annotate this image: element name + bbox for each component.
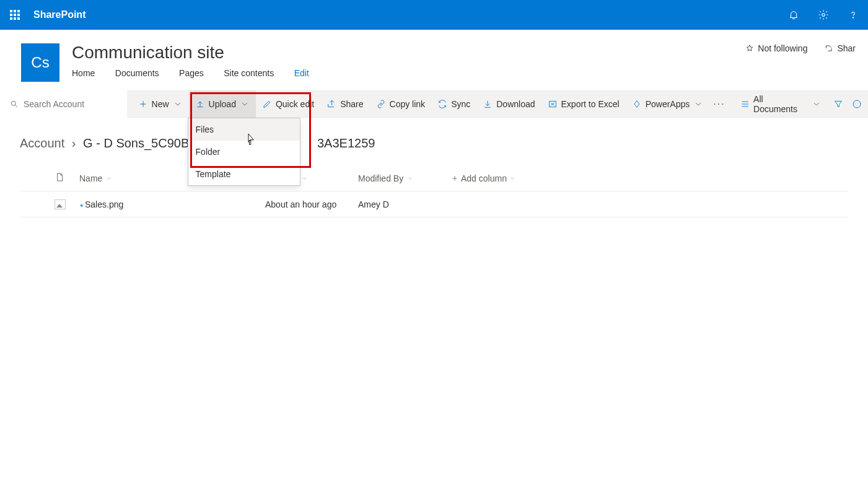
file-name-cell[interactable]: ✶Sales.png — [79, 199, 265, 209]
search-icon — [10, 100, 19, 108]
plus-icon — [451, 175, 458, 182]
svg-point-4 — [853, 100, 861, 108]
breadcrumb-separator: › — [72, 136, 76, 150]
upload-label: Upload — [209, 99, 236, 109]
share-icon — [825, 44, 833, 53]
image-file-icon — [55, 199, 66, 209]
search-input[interactable] — [24, 99, 116, 109]
add-column-label: Add column — [461, 173, 507, 183]
view-name: All Documents — [753, 94, 807, 114]
new-label: New — [152, 99, 169, 109]
chevron-down-icon — [407, 175, 413, 182]
chevron-down-icon — [106, 175, 112, 182]
search-box[interactable] — [0, 90, 127, 118]
upload-button[interactable]: Upload — [189, 90, 256, 118]
upload-icon — [195, 99, 205, 109]
list-icon — [740, 99, 750, 109]
share-arrow-icon — [327, 99, 336, 109]
link-icon — [376, 99, 386, 109]
breadcrumb-root[interactable]: Account — [20, 136, 64, 150]
bell-icon — [788, 9, 799, 20]
new-button[interactable]: New — [132, 90, 189, 118]
file-type-icon — [55, 172, 64, 182]
sync-button[interactable]: Sync — [431, 90, 476, 118]
download-label: Download — [496, 99, 535, 109]
notifications-button[interactable] — [779, 0, 809, 30]
nav-pages[interactable]: Pages — [179, 68, 204, 78]
excel-icon — [548, 99, 558, 109]
copy-link-label: Copy link — [390, 99, 426, 109]
site-header-actions: Not following Shar — [745, 43, 856, 53]
app-launcher-icon[interactable] — [0, 0, 30, 30]
quick-edit-button[interactable]: Quick edit — [256, 90, 320, 118]
breadcrumb-current-left[interactable]: G - D Sons_5C90B3 — [83, 136, 196, 150]
gear-icon — [818, 9, 829, 20]
filter-icon — [833, 99, 843, 109]
nav-edit[interactable]: Edit — [294, 68, 309, 78]
command-bar-row: New Upload Files Folder Template Quick e… — [0, 90, 868, 118]
list-item[interactable]: ✶Sales.png About an hour ago Amey D — [20, 191, 848, 217]
chevron-down-icon — [240, 99, 250, 109]
question-icon — [848, 9, 859, 20]
nav-site-contents[interactable]: Site contents — [224, 68, 274, 78]
chevron-down-icon — [173, 99, 183, 109]
chevron-down-icon — [509, 175, 515, 182]
download-button[interactable]: Download — [476, 90, 541, 118]
command-bar: New Upload Files Folder Template Quick e… — [127, 90, 734, 118]
modified-by-cell: Amey D — [358, 199, 451, 209]
share-site-label: Shar — [837, 43, 856, 53]
info-icon — [852, 99, 862, 109]
svg-point-0 — [822, 14, 825, 17]
info-button[interactable] — [849, 90, 864, 118]
column-name-label: Name — [79, 173, 102, 183]
copy-link-button[interactable]: Copy link — [370, 90, 432, 118]
upload-menu-files[interactable]: Files — [188, 118, 300, 141]
suite-brand[interactable]: SharePoint — [33, 9, 85, 20]
svg-point-1 — [853, 17, 853, 18]
site-header: Cs Communication site Home Documents Pag… — [0, 30, 868, 82]
export-excel-button[interactable]: Export to Excel — [541, 90, 626, 118]
pencil-icon — [262, 99, 272, 109]
nav-home[interactable]: Home — [72, 68, 95, 78]
file-name: Sales.png — [85, 199, 123, 209]
site-nav: Home Documents Pages Site contents Edit — [72, 68, 745, 79]
nav-documents[interactable]: Documents — [115, 68, 159, 78]
share-label: Share — [340, 99, 363, 109]
filter-button[interactable] — [830, 90, 847, 118]
share-site-button[interactable]: Shar — [825, 43, 856, 53]
follow-button[interactable]: Not following — [745, 43, 807, 53]
column-modified-by-label: Modified By — [358, 173, 403, 183]
powerapps-label: PowerApps — [646, 99, 690, 109]
list-header: Name Modified Modified By Add column — [20, 165, 848, 191]
sync-icon — [437, 99, 447, 109]
breadcrumb-current-right: 3A3E1259 — [317, 136, 375, 150]
chevron-down-icon — [693, 99, 703, 109]
help-button[interactable] — [838, 0, 868, 30]
quick-edit-label: Quick edit — [276, 99, 314, 109]
plus-icon — [138, 99, 148, 109]
command-bar-right: All Documents — [734, 90, 868, 118]
column-header-modified-by[interactable]: Modified By — [358, 173, 451, 183]
settings-button[interactable] — [809, 0, 838, 30]
powerapps-icon — [632, 99, 642, 109]
powerapps-button[interactable]: PowerApps — [626, 90, 710, 118]
suite-bar: SharePoint — [0, 0, 868, 30]
download-icon — [483, 99, 493, 109]
modified-cell: About an hour ago — [265, 199, 358, 209]
site-logo[interactable]: Cs — [21, 43, 59, 82]
upload-dropdown: Files Folder Template — [188, 118, 300, 186]
star-icon — [745, 44, 754, 53]
view-selector[interactable]: All Documents — [734, 90, 827, 118]
svg-point-2 — [11, 101, 15, 105]
upload-menu-folder[interactable]: Folder — [188, 141, 300, 163]
add-column-button[interactable]: Add column — [451, 173, 606, 183]
site-title[interactable]: Communication site — [72, 43, 745, 63]
new-indicator-icon: ✶ — [79, 203, 84, 209]
follow-label: Not following — [758, 43, 807, 53]
upload-menu-template[interactable]: Template — [188, 163, 300, 185]
upload-wrap: Upload Files Folder Template — [189, 90, 256, 118]
waffle-icon — [10, 10, 20, 20]
sync-label: Sync — [451, 99, 470, 109]
more-commands-button[interactable]: ··· — [709, 98, 729, 110]
share-button[interactable]: Share — [320, 90, 369, 118]
